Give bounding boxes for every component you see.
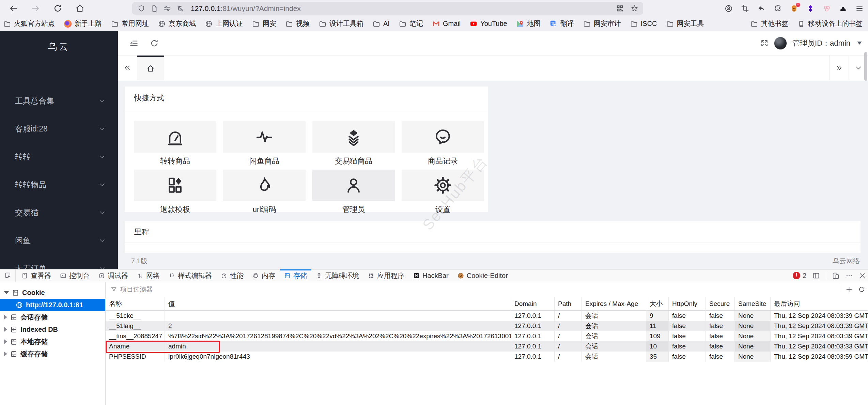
shortcut-url-encode[interactable] — [223, 170, 306, 201]
tree-item-host[interactable]: http://127.0.0.1:81 — [0, 299, 105, 311]
disclosure-closed-icon[interactable] — [4, 315, 7, 320]
extension-puzzle-icon[interactable] — [773, 4, 782, 13]
cookie-row-aname[interactable]: Aname admin 127.0.0.1 / 会话 10 false fals… — [106, 341, 868, 352]
devtools-menu-icon[interactable] — [846, 272, 853, 279]
fullscreen-icon[interactable] — [760, 39, 769, 47]
disclosure-open-icon[interactable] — [4, 291, 9, 294]
disclosure-closed-icon[interactable] — [4, 352, 7, 356]
split-console-icon[interactable] — [812, 272, 820, 279]
bookmark-item[interactable]: 网安 — [252, 19, 276, 28]
collapse-sidebar-icon[interactable] — [129, 39, 138, 48]
col-size[interactable]: 大小 — [646, 297, 669, 311]
shortcut-refund-template[interactable] — [134, 170, 216, 201]
admin-avatar[interactable] — [774, 37, 787, 50]
account-icon[interactable] — [724, 4, 733, 13]
tab-memory[interactable]: 内存 — [248, 269, 280, 282]
shortcut-goods-records[interactable] — [402, 121, 484, 153]
error-count-badge[interactable]: !2 — [793, 272, 806, 280]
add-item-icon[interactable] — [846, 286, 853, 293]
bookmark-item[interactable]: 网安工具 — [666, 19, 704, 28]
permissions-icon[interactable] — [164, 5, 171, 12]
bookmark-item[interactable]: 地图 — [516, 19, 541, 28]
undo-arrow-icon[interactable] — [757, 4, 766, 13]
sidebar-item-service-id[interactable]: 客服id:28 — [0, 115, 118, 143]
scrollbar-thumb[interactable] — [864, 52, 867, 81]
admin-id-label[interactable]: 管理员ID：admin — [792, 38, 850, 48]
storage-filter-input[interactable] — [120, 286, 325, 293]
disclosure-closed-icon[interactable] — [4, 327, 7, 332]
bookmark-item[interactable]: Gmail — [432, 20, 461, 28]
col-secure[interactable]: Secure — [706, 297, 735, 311]
bookmark-item[interactable]: 火狐官方站点 — [3, 19, 55, 28]
sidebar-item-zhuanzhuan-items[interactable]: 转转物品 — [0, 171, 118, 199]
tab-storage[interactable]: 存储 — [280, 269, 311, 282]
tab-performance[interactable]: 性能 — [216, 269, 248, 282]
bookmark-item[interactable]: AI — [373, 20, 390, 28]
element-picker-icon[interactable] — [0, 269, 16, 282]
bookmark-item[interactable]: 新手上路 — [64, 19, 102, 28]
tab-hackbar[interactable]: HHackBar — [409, 269, 453, 282]
shield-icon[interactable] — [138, 5, 145, 12]
blocked-scripts-icon[interactable] — [176, 5, 184, 12]
screenshot-crop-icon[interactable] — [741, 4, 749, 13]
tab-console[interactable]: 控制台 — [56, 269, 94, 282]
tab-inspector[interactable]: 查看器 — [17, 269, 56, 282]
tabs-scroll-left-icon[interactable] — [118, 56, 137, 80]
sidebar-item-jiaoyimao[interactable]: 交易猫 — [0, 199, 118, 227]
page-scrollbar[interactable] — [864, 31, 867, 269]
cookie-row[interactable]: __51laig__ 2 127.0.0.1 / 会话 11 false fal… — [106, 321, 868, 331]
extension-orange-icon[interactable]: − — [790, 4, 799, 13]
bookmark-item[interactable]: 笔记 — [399, 19, 423, 28]
responsive-mode-icon[interactable] — [832, 272, 839, 279]
col-path[interactable]: Path — [555, 297, 582, 311]
shortcut-jiaoyimao-goods[interactable] — [312, 121, 395, 153]
tree-item-cache-storage[interactable]: 缓存存储 — [0, 348, 105, 360]
cookie-row[interactable]: __51cke__ 127.0.0.1 / 会话 9 false false N… — [106, 311, 868, 321]
tree-item-session-storage[interactable]: 会话存储 — [0, 311, 105, 323]
reload-icon[interactable] — [53, 4, 62, 13]
col-samesite[interactable]: SameSite — [735, 297, 771, 311]
sidebar-item-tools[interactable]: 工具总合集 — [0, 87, 118, 115]
bookmark-item[interactable]: 网安审计 — [583, 19, 621, 28]
tab-cookie-editor[interactable]: Cookie-Editor — [453, 269, 512, 282]
sidebar-item-xianyu[interactable]: 闲鱼 — [0, 227, 118, 254]
col-expires[interactable]: Expires / Max-Age — [582, 297, 646, 311]
menu-hamburger-icon[interactable] — [855, 4, 864, 13]
url-bar[interactable]: 127.0.0.1:81/wuyun/?Admin=index — [132, 2, 643, 15]
tab-application[interactable]: 应用程序 — [363, 269, 409, 282]
refresh-page-icon[interactable] — [150, 39, 159, 48]
forward-icon[interactable] — [31, 4, 40, 13]
refresh-items-icon[interactable] — [858, 286, 865, 293]
bookmark-item[interactable]: YouTube — [470, 20, 507, 28]
tab-home[interactable] — [137, 56, 164, 80]
disclosure-closed-icon[interactable] — [4, 339, 7, 344]
cookie-row[interactable]: __tins__20885247 %7B%22sid%22%3A%2017261… — [106, 331, 868, 341]
bookmark-item[interactable]: 设计工具箱 — [319, 19, 363, 28]
col-name[interactable]: 名称 — [106, 297, 165, 311]
tree-item-local-storage[interactable]: 本地存储 — [0, 336, 105, 348]
col-httponly[interactable]: HttpOnly — [669, 297, 706, 311]
bookmark-item[interactable]: 文A翻译 — [550, 19, 574, 28]
extension-purple-stack-icon[interactable] — [806, 4, 815, 13]
bookmark-item[interactable]: ISCC — [630, 20, 657, 28]
other-bookmarks[interactable]: 其他书签 — [750, 19, 788, 28]
devtools-close-icon[interactable] — [859, 272, 866, 279]
sidebar-item-zhuanzhuan[interactable]: 转转 — [0, 143, 118, 171]
home-icon[interactable] — [75, 4, 84, 13]
tab-style-editor[interactable]: 样式编辑器 — [164, 269, 216, 282]
back-icon[interactable] — [9, 4, 18, 13]
tab-debugger[interactable]: 调试器 — [94, 269, 133, 282]
qr-code-icon[interactable] — [616, 4, 624, 12]
admin-caret-down-icon[interactable] — [857, 42, 862, 45]
shortcut-settings[interactable] — [402, 170, 484, 201]
page-info-icon[interactable] — [151, 5, 158, 12]
mobile-bookmarks[interactable]: 移动设备上的书签 — [797, 19, 863, 28]
cookie-row[interactable]: PHPSESSID lpr0ik6jgeq0n7nlgeon81r443 127… — [106, 352, 868, 362]
bookmark-item[interactable]: 视频 — [285, 19, 310, 28]
url-text[interactable]: 127.0.0.1:81/wuyun/?Admin=index — [191, 4, 301, 13]
bookmark-star-icon[interactable] — [631, 4, 638, 12]
shortcut-admin[interactable] — [312, 170, 395, 201]
col-domain[interactable]: Domain — [511, 297, 555, 311]
tree-item-cookie[interactable]: Cookie — [0, 286, 105, 299]
col-value[interactable]: 值 — [165, 297, 511, 311]
